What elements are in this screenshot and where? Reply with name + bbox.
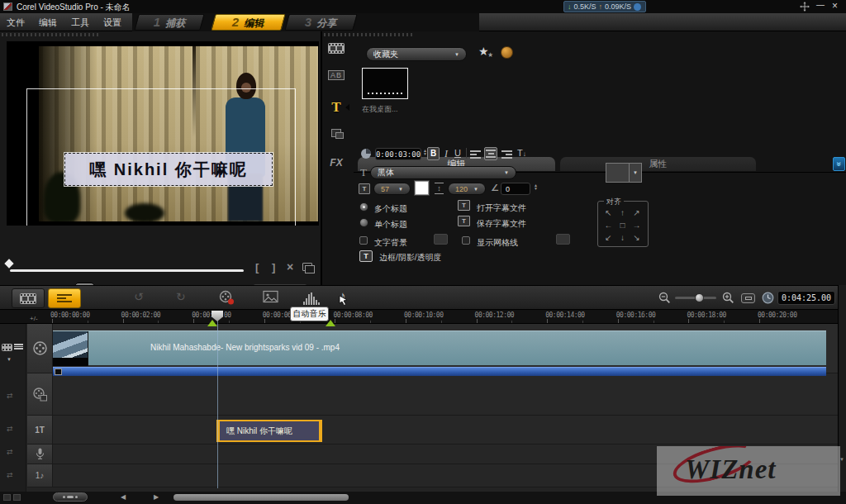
align-arrow-button[interactable]: ↖ [601,207,615,219]
media-library-icon[interactable] [324,43,349,54]
voice-track-header[interactable] [27,445,53,464]
menu-item[interactable]: 设置 [103,17,121,29]
text-backdrop-options-icon[interactable] [434,234,448,245]
chapter-marker-green[interactable] [207,320,217,326]
graphic-library-icon[interactable] [324,129,349,139]
align-arrow-button[interactable]: ↘ [630,231,644,244]
mark-out-icon[interactable]: ] [272,261,275,273]
track-manager-icon[interactable] [2,344,12,351]
ruler[interactable]: 00:00:00:0000:00:02:0000:00:04:0000:00:0… [0,310,838,324]
enlarge-preview-icon[interactable] [302,263,312,271]
redo-icon[interactable]: ↻ [176,290,186,303]
video-clip-audio-bar[interactable] [53,367,826,376]
horizontal-scrollbar-thumb[interactable] [173,494,349,501]
grid-options-icon[interactable] [556,234,570,245]
video-clip[interactable]: Nikhil Mahashabde- New brightsparks vid … [53,330,826,365]
tab-attribute[interactable]: 属性 [560,157,756,171]
track-add-remove-label[interactable]: +/- [30,315,38,322]
menu-item[interactable]: 工具 [71,17,89,29]
zoom-in-icon[interactable] [722,292,734,306]
align-center-button[interactable] [484,147,497,160]
align-arrow-button[interactable]: → [630,219,644,231]
fit-timeline-icon[interactable] [741,293,755,303]
transition-library-icon[interactable]: AB [324,71,349,79]
minimize-button[interactable]: — [816,0,825,9]
font-dropdown[interactable]: 黑体 ▼ [370,166,516,179]
menu-item[interactable]: 编辑 [39,17,57,29]
scroll-mode-button[interactable] [53,492,88,502]
multiple-titles-label[interactable]: 多个标题 [374,203,407,215]
storyboard-view-button[interactable] [12,288,45,308]
vertical-text-button[interactable]: T↓ [517,148,526,158]
scrubber-bar[interactable] [10,269,244,272]
single-title-radio[interactable] [359,218,368,227]
duration-field[interactable]: 0:00:03:00 [375,148,421,160]
step-tab-capture[interactable]: 1捕获 [134,14,204,31]
track-list-icon[interactable] [14,344,23,351]
multiple-titles-radio[interactable] [359,202,368,212]
timeline-view-button[interactable] [48,288,81,308]
angle-field[interactable]: 0 [501,183,530,195]
line-spacing-dropdown[interactable]: 120 ▼ [448,183,486,195]
video-track-header[interactable] [27,324,53,373]
text-color-swatch[interactable] [415,181,429,195]
align-arrow-button[interactable]: ↓ [615,231,630,244]
single-title-label[interactable]: 单个标题 [374,219,407,231]
font-size-dropdown[interactable]: 57 ▼ [373,183,411,195]
align-arrow-button[interactable]: ↑ [615,207,630,219]
save-subtitle-button[interactable]: 保存字幕文件 [477,218,526,230]
record-capture-icon[interactable] [218,290,235,307]
title-clip[interactable]: 嘿 Nikhil 你干嘛呢 [216,420,322,442]
bold-button[interactable]: B [427,147,440,160]
show-grid-checkbox[interactable] [462,236,470,245]
timeline-timecode[interactable]: 0:04:25.00 [777,291,835,305]
align-arrow-button[interactable]: ↙ [601,231,615,244]
menu-item[interactable]: 文件 [7,17,25,29]
title-clip-right-handle[interactable] [319,420,322,442]
preset-style-dropdown[interactable]: ▼ [606,163,642,183]
overlay-track-header[interactable] [27,373,53,416]
scroll-right-button[interactable]: ▶ [154,493,159,501]
snapshot-icon[interactable] [263,290,278,305]
playhead-line[interactable] [217,311,218,488]
align-right-button[interactable] [501,150,512,159]
collapse-panel-button[interactable]: » [833,157,845,171]
voice-track-ripple-icon[interactable]: ⇄ [7,448,13,456]
title-overlay-box[interactable]: 嘿 Nikhil 你干嘛呢 [64,153,273,186]
align-arrow-button[interactable]: □ [615,219,630,231]
gallery-dropdown[interactable]: 收藏夹 ▼ [366,47,467,61]
zoom-slider-thumb[interactable] [695,293,704,302]
open-subtitle-button[interactable]: 打开字幕文件 [477,202,526,214]
align-left-button[interactable] [470,150,481,159]
show-grid-label[interactable]: 显示网格线 [477,237,518,249]
filter-library-icon[interactable]: FX [324,157,349,169]
mark-in-icon[interactable]: [ [255,261,259,273]
align-arrow-button[interactable]: ↗ [630,207,644,219]
sound-mixer-icon[interactable] [303,292,320,305]
trim-start-handle[interactable] [4,259,13,268]
close-button[interactable]: × [832,0,838,12]
align-arrow-button[interactable]: ← [601,219,615,231]
scroll-left-button[interactable]: ◀ [121,493,126,501]
italic-button[interactable]: I [444,148,448,160]
title-track-header[interactable]: 1T [27,416,53,445]
library-thumbnail[interactable] [362,68,408,99]
scissors-cut-icon[interactable]: × [287,260,293,273]
text-backdrop-label[interactable]: 文字背景 [374,237,407,249]
underline-button[interactable]: U [454,148,461,158]
undo-icon[interactable]: ↺ [134,290,144,303]
preview-video-frame[interactable]: 嘿 Nikhil 你干嘛呢 [7,41,319,226]
step-tab-edit[interactable]: 2编辑 [211,14,285,31]
text-backdrop-checkbox[interactable] [359,236,368,245]
angle-spinner[interactable]: ▲▼ [534,183,538,190]
timeline-clock-icon[interactable] [762,292,774,306]
step-tab-share[interactable]: 3分享 [284,14,357,31]
zoom-out-icon[interactable] [658,292,671,306]
pin-window-icon[interactable] [800,2,810,13]
network-speed-widget[interactable]: ↓ 0.5K/S ↑ 0.09K/S [563,1,646,12]
music-track-header[interactable]: 1♪ [27,464,53,487]
overlay-track-row[interactable] [53,373,838,416]
music-track-ripple-icon[interactable]: ⇄ [7,471,13,479]
track-dropdown-icon[interactable]: ▼ [7,357,12,362]
title-track-row[interactable] [53,416,838,445]
